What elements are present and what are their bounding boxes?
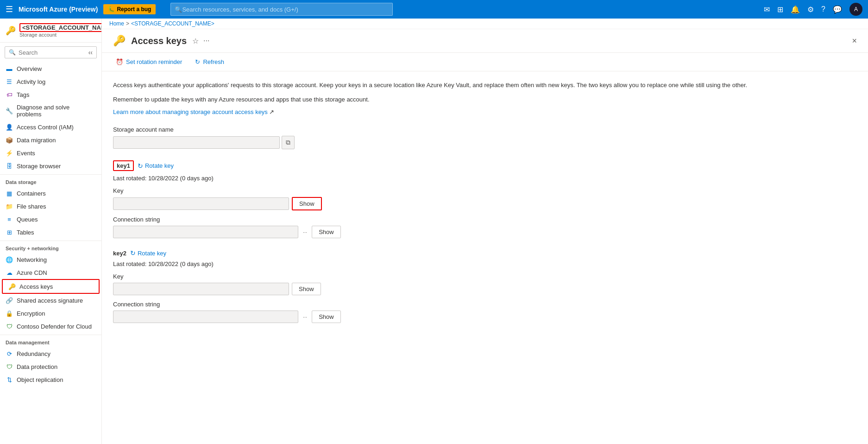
fileshares-icon: 📁 bbox=[6, 203, 13, 210]
resource-name[interactable]: <STORAGE_ACCOUNT_NAME> bbox=[19, 23, 102, 32]
sidebar-item-label: Access keys bbox=[19, 283, 53, 290]
key2-connection-input[interactable]: ••••• bbox=[113, 311, 298, 323]
migration-icon: 📦 bbox=[6, 136, 13, 144]
page-close-button[interactable]: × bbox=[852, 36, 857, 46]
sidebar-item-events[interactable]: ⚡ Events bbox=[0, 146, 101, 159]
sidebar-item-label: Tags bbox=[17, 91, 29, 98]
resource-icon: 🔑 bbox=[6, 25, 16, 36]
sidebar-item-queues[interactable]: ≡ Queues bbox=[0, 213, 101, 226]
sidebar-item-storagebrowser[interactable]: 🗄 Storage browser bbox=[0, 159, 101, 172]
info-text-1: Access keys authenticate your applicatio… bbox=[113, 81, 857, 90]
key1-show-connection-button[interactable]: Show bbox=[312, 226, 341, 238]
sidebar-item-iam[interactable]: 👤 Access Control (IAM) bbox=[0, 121, 101, 133]
sidebar-item-replication[interactable]: ⇅ Object replication bbox=[0, 373, 101, 386]
sidebar-item-dataprotection[interactable]: 🛡 Data protection bbox=[0, 360, 101, 373]
email-icon[interactable]: ✉ bbox=[764, 5, 770, 14]
key1-connection-input[interactable]: ••••• bbox=[113, 226, 298, 238]
sidebar-item-networking[interactable]: 🌐 Networking bbox=[0, 253, 101, 266]
key2-rotate-icon: ↻ bbox=[130, 249, 136, 257]
help-icon[interactable]: ? bbox=[821, 5, 825, 13]
sidebar-item-containers[interactable]: ▦ Containers bbox=[0, 187, 101, 200]
key2-show-key-button[interactable]: Show bbox=[292, 283, 321, 295]
defender-icon: 🛡 bbox=[6, 323, 13, 330]
avatar[interactable]: A bbox=[849, 3, 862, 16]
sidebar-item-label: Diagnose and solve problems bbox=[17, 104, 96, 118]
key1-key-input[interactable]: •••• bbox=[113, 197, 289, 210]
sidebar-item-redundancy[interactable]: ⟳ Redundancy bbox=[0, 347, 101, 360]
key1-rotate-button[interactable]: ↻ Rotate key bbox=[138, 162, 174, 170]
global-search[interactable]: 🔍 bbox=[170, 3, 393, 16]
sidebar-item-encryption[interactable]: 🔒 Encryption bbox=[0, 307, 101, 320]
sidebar-item-activitylog[interactable]: ☰ Activity log bbox=[0, 75, 101, 88]
tables-icon: ⊞ bbox=[6, 228, 13, 236]
sidebar-search-input[interactable] bbox=[19, 49, 86, 56]
iam-icon: 👤 bbox=[6, 123, 13, 131]
key1-connection-row: Connection string ••••• ··· Show bbox=[113, 216, 857, 238]
rotation-icon: ⏰ bbox=[116, 58, 123, 65]
hamburger-icon[interactable]: ☰ bbox=[6, 4, 13, 14]
sidebar-collapse-button[interactable]: ‹‹ bbox=[88, 49, 93, 56]
key2-last-rotated: Last rotated: 10/28/2022 (0 days ago) bbox=[113, 260, 857, 267]
key1-show-key-button[interactable]: Show bbox=[292, 197, 322, 210]
set-rotation-button[interactable]: ⏰ Set rotation reminder bbox=[113, 57, 185, 67]
activity-icon: ☰ bbox=[6, 78, 13, 85]
sidebar-item-label: Data protection bbox=[17, 363, 57, 370]
section-data-mgmt: Data management bbox=[0, 335, 101, 347]
sidebar-item-label: Encryption bbox=[17, 310, 45, 317]
breadcrumb-home[interactable]: Home bbox=[109, 20, 124, 27]
refresh-button[interactable]: ↻ Refresh bbox=[192, 57, 227, 67]
sidebar-search-icon: 🔍 bbox=[9, 49, 16, 56]
sidebar-item-label: Storage browser bbox=[17, 163, 61, 170]
search-input[interactable] bbox=[182, 6, 389, 13]
breadcrumb-account[interactable]: <STORAGE_ACCOUNT_NAME> bbox=[131, 20, 214, 27]
bell-icon[interactable]: 🔔 bbox=[791, 5, 800, 14]
page-title: Access keys bbox=[131, 36, 187, 46]
key2-rotate-button[interactable]: ↻ Rotate key bbox=[130, 249, 166, 257]
sidebar-item-tables[interactable]: ⊞ Tables bbox=[0, 226, 101, 239]
topbar-icons: ✉ ⊞ 🔔 ⚙ ? 💬 A bbox=[764, 3, 862, 16]
key1-section: key1 ↻ Rotate key Last rotated: 10/28/20… bbox=[113, 160, 857, 238]
key2-show-connection-button[interactable]: Show bbox=[312, 311, 341, 323]
feedback-icon[interactable]: 💬 bbox=[833, 5, 842, 14]
sidebar-resource-header: 🔑 <STORAGE_ACCOUNT_NAME> Storage account bbox=[0, 19, 101, 43]
storage-account-name-row: <STORAGE_ACCOUNT_NAME> ⧉ bbox=[113, 136, 857, 149]
sidebar: 🔑 <STORAGE_ACCOUNT_NAME> Storage account… bbox=[0, 19, 102, 444]
replication-icon: ⇅ bbox=[6, 376, 13, 383]
main-content: Access keys authenticate your applicatio… bbox=[102, 71, 868, 444]
queues-icon: ≡ bbox=[6, 216, 13, 223]
copy-storage-name-button[interactable]: ⧉ bbox=[282, 136, 295, 149]
networking-icon: 🌐 bbox=[6, 256, 13, 263]
sidebar-item-label: Networking bbox=[17, 256, 47, 263]
sidebar-item-tags[interactable]: 🏷 Tags bbox=[0, 88, 101, 101]
topbar: ☰ Microsoft Azure (Preview) 🐛 Report a b… bbox=[0, 0, 868, 19]
section-security: Security + networking bbox=[0, 241, 101, 253]
key2-header: key2 ↻ Rotate key bbox=[113, 249, 857, 257]
key1-rotate-icon: ↻ bbox=[138, 162, 143, 170]
sidebar-search-box[interactable]: 🔍 ‹‹ bbox=[5, 46, 97, 58]
storage-account-name-input[interactable]: <STORAGE_ACCOUNT_NAME> bbox=[113, 136, 280, 149]
key1-key-input-row: •••• Show bbox=[113, 197, 857, 210]
sidebar-item-overview[interactable]: ▬ Overview bbox=[0, 62, 101, 75]
sidebar-item-diagnose[interactable]: 🔧 Diagnose and solve problems bbox=[0, 101, 101, 121]
storage-account-name-section: Storage account name <STORAGE_ACCOUNT_NA… bbox=[113, 126, 857, 149]
sidebar-item-cdn[interactable]: ☁ Azure CDN bbox=[0, 266, 101, 279]
gear-icon[interactable]: ⚙ bbox=[807, 5, 814, 14]
sidebar-item-sas[interactable]: 🔗 Shared access signature bbox=[0, 294, 101, 307]
sidebar-item-datamigration[interactable]: 📦 Data migration bbox=[0, 133, 101, 146]
more-options-icon[interactable]: ··· bbox=[203, 37, 209, 45]
sidebar-item-accesskeys[interactable]: 🔑 Access keys bbox=[2, 279, 100, 294]
learn-more-link[interactable]: Learn more about managing storage accoun… bbox=[113, 108, 268, 115]
sidebar-item-fileshares[interactable]: 📁 File shares bbox=[0, 200, 101, 213]
key2-connection-ellipsis: ··· bbox=[303, 314, 307, 320]
sidebar-item-label: Contoso Defender for Cloud bbox=[17, 323, 92, 330]
resource-type: Storage account bbox=[19, 32, 102, 38]
section-data-storage: Data storage bbox=[0, 174, 101, 187]
sidebar-item-label: Queues bbox=[17, 216, 38, 223]
portal-icon[interactable]: ⊞ bbox=[777, 5, 783, 14]
favorite-icon[interactable]: ☆ bbox=[192, 37, 199, 45]
events-icon: ⚡ bbox=[6, 149, 13, 157]
report-bug-button[interactable]: 🐛 Report a bug bbox=[103, 4, 156, 14]
sidebar-item-defender[interactable]: 🛡 Contoso Defender for Cloud bbox=[0, 320, 101, 333]
key2-key-input[interactable]: •••• bbox=[113, 283, 289, 295]
refresh-icon: ↻ bbox=[195, 58, 200, 65]
